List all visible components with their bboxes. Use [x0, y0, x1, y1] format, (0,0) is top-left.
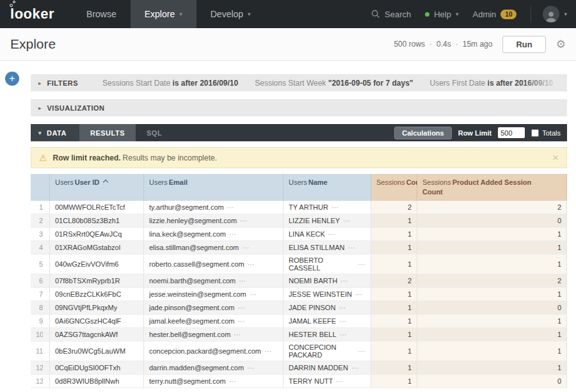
cell-user-id[interactable]: 07f8bTSXmRyprb1R: [50, 274, 144, 288]
drill-menu-icon[interactable]: ⋯: [351, 364, 359, 372]
nav-item-browse[interactable]: Browse: [72, 0, 131, 28]
drill-menu-icon[interactable]: ⋯: [237, 304, 245, 312]
table-row: 5040wGzEivVOVifm6roberto.cassell@segment…: [31, 255, 567, 274]
cell-name[interactable]: ROBERTO CASSELL⋯: [284, 255, 371, 274]
drill-menu-icon[interactable]: ⋯: [348, 244, 355, 252]
drill-menu-icon[interactable]: ⋯: [250, 290, 257, 299]
column-header-product-added-session-count[interactable]: SessionsProduct Added Session Count: [417, 174, 567, 201]
cell-email[interactable]: jade.pinson@segment.com⋯: [144, 301, 284, 315]
column-header-name[interactable]: UsersName: [284, 174, 371, 201]
cell-email[interactable]: jamal.keefe@segment.com⋯: [144, 315, 284, 328]
looker-logo[interactable]: looker: [0, 0, 72, 28]
nav-item-develop[interactable]: Develop ▾: [196, 0, 265, 28]
column-header-email[interactable]: UsersEmail: [144, 174, 284, 201]
cell-name[interactable]: TERRY NUTT⋯: [284, 375, 371, 388]
drill-menu-icon[interactable]: ⋯: [227, 203, 235, 212]
drill-menu-icon[interactable]: ⋯: [229, 230, 237, 239]
drill-menu-icon[interactable]: ⋯: [339, 304, 346, 312]
cell-name[interactable]: CONCEPCION PACKARD⋯: [284, 341, 371, 361]
cell-user-id[interactable]: 00MWWFOLRcETcTcf: [50, 201, 144, 214]
user-menu[interactable]: ▾: [531, 6, 567, 22]
cell-email[interactable]: elisa.stillman@segment.com⋯: [144, 241, 284, 255]
cell-name[interactable]: LIZZIE HENLEY⋯: [284, 214, 371, 228]
cell-user-id[interactable]: 0d8R3WIUB8pllNwh: [50, 375, 144, 388]
drill-menu-icon[interactable]: ⋯: [229, 377, 237, 386]
cell-email[interactable]: ty.arthur@segment.com⋯: [144, 201, 284, 214]
cell-product-added-count: 1: [417, 255, 567, 274]
help-menu[interactable]: Help ▾: [425, 10, 458, 19]
cell-email[interactable]: darrin.madden@segment.com⋯: [144, 361, 284, 375]
drill-menu-icon[interactable]: ⋯: [240, 217, 248, 225]
drill-menu-icon[interactable]: ⋯: [336, 377, 344, 386]
calculations-button[interactable]: Calculations: [394, 127, 451, 139]
drill-menu-icon[interactable]: ⋯: [355, 290, 363, 299]
nav-item-explore[interactable]: Explore ▾: [131, 0, 196, 28]
table-row: 301RSxRrt0QEAwJCqlina.keck@segment.com⋯L…: [31, 228, 567, 241]
cell-name[interactable]: DARRIN MADDEN⋯: [284, 361, 371, 375]
column-header-count[interactable]: SessionsCount: [371, 174, 417, 201]
drill-menu-icon[interactable]: ⋯: [340, 277, 348, 285]
row-limit-input[interactable]: [498, 127, 525, 138]
cell-email[interactable]: roberto.cassell@segment.com⋯: [144, 255, 284, 274]
drill-menu-icon[interactable]: ⋯: [237, 317, 245, 325]
cell-user-id[interactable]: 01RSxRrt0QEAwJCq: [50, 228, 144, 241]
cell-user-id[interactable]: 0CqEiDUgSI0OFTxh: [50, 361, 144, 375]
drill-menu-icon[interactable]: ⋯: [234, 331, 241, 339]
totals-checkbox[interactable]: [531, 129, 539, 137]
cell-name[interactable]: ELISA STILLMAN⋯: [284, 241, 371, 255]
drill-menu-icon[interactable]: ⋯: [332, 203, 339, 212]
cell-count: 1: [371, 315, 417, 328]
table-row: 709cnEBzzCLKk6FbCjesse.weinstein@segment…: [31, 288, 567, 301]
cell-email[interactable]: terry.nutt@segment.com⋯: [144, 375, 284, 388]
cell-user-id[interactable]: 0AZSG7ttagcnkAWf: [50, 328, 144, 341]
nav-right: Search Help ▾ Admin 10 ▾: [371, 0, 576, 28]
visualization-bar[interactable]: ▸ VISUALIZATION: [31, 99, 567, 116]
drill-menu-icon[interactable]: ⋯: [340, 331, 348, 339]
cell-name[interactable]: JADE PINSON⋯: [284, 301, 371, 315]
logo-text: ooker: [15, 6, 54, 22]
cell-user-id[interactable]: 01CL80b08Sz3Bzh1: [50, 214, 144, 228]
cell-user-id[interactable]: 09cnEBzzCLKk6FbC: [50, 288, 144, 301]
cell-user-id[interactable]: 0Ai6GNCGszHC4qlF: [50, 315, 144, 328]
cell-email[interactable]: hester.bell@segment.com⋯: [144, 328, 284, 341]
cell-email[interactable]: lizzie.henley@segment.com⋯: [144, 214, 284, 228]
cell-user-id[interactable]: 0bE3ru0WCg5LauWM: [50, 341, 144, 361]
close-icon[interactable]: ×: [552, 152, 559, 163]
field-picker-toggle[interactable]: +: [5, 72, 19, 86]
cell-name[interactable]: JAMAL KEEFE⋯: [284, 315, 371, 328]
data-section-toggle[interactable]: ▾ DATA: [31, 124, 79, 141]
tab-results[interactable]: RESULTS: [79, 124, 136, 141]
run-button[interactable]: Run: [502, 36, 545, 53]
drill-menu-icon[interactable]: ⋯: [248, 260, 255, 269]
filter-item: Sessions Start Date is after 2016/09/10: [102, 79, 238, 88]
drill-menu-icon[interactable]: ⋯: [264, 347, 272, 356]
tab-sql[interactable]: SQL: [136, 124, 173, 141]
admin-menu[interactable]: Admin 10: [472, 10, 516, 19]
drill-menu-icon[interactable]: ⋯: [328, 230, 336, 239]
cell-name[interactable]: LINA KECK⋯: [284, 228, 371, 241]
cell-email[interactable]: concepcion.packard@segment.com⋯: [144, 341, 284, 361]
cell-user-id[interactable]: 01XRAGoMGstabzol: [50, 241, 144, 255]
cell-email[interactable]: lina.keck@segment.com⋯: [144, 228, 284, 241]
drill-menu-icon[interactable]: ⋯: [358, 347, 365, 356]
drill-menu-icon[interactable]: ⋯: [343, 217, 351, 225]
cell-name[interactable]: TY ARTHUR⋯: [284, 201, 371, 214]
column-header-user-id[interactable]: UsersUser ID: [50, 174, 144, 201]
cell-user-id[interactable]: 040wGzEivVOVifm6: [50, 255, 144, 274]
cell-email[interactable]: noemi.barth@segment.com⋯: [144, 274, 284, 288]
cell-name[interactable]: NOEMI BARTH⋯: [284, 274, 371, 288]
drill-menu-icon[interactable]: ⋯: [242, 244, 250, 252]
cell-count: 1: [371, 301, 417, 315]
filters-bar[interactable]: ▸ FILTERS Sessions Start Date is after 2…: [31, 74, 567, 91]
drill-menu-icon[interactable]: ⋯: [339, 317, 347, 325]
row-number: 8: [31, 301, 50, 315]
drill-menu-icon[interactable]: ⋯: [247, 364, 255, 372]
cell-email[interactable]: jesse.weinstein@segment.com⋯: [144, 288, 284, 301]
cell-name[interactable]: JESSE WEINSTEIN⋯: [284, 288, 371, 301]
drill-menu-icon[interactable]: ⋯: [358, 260, 365, 269]
cell-name[interactable]: HESTER BELL⋯: [284, 328, 371, 341]
drill-menu-icon[interactable]: ⋯: [239, 277, 246, 285]
search-button[interactable]: Search: [371, 10, 411, 19]
gear-icon[interactable]: ⚙: [556, 38, 566, 51]
cell-user-id[interactable]: 09NGVtjPfLPkqxMy: [50, 301, 144, 315]
